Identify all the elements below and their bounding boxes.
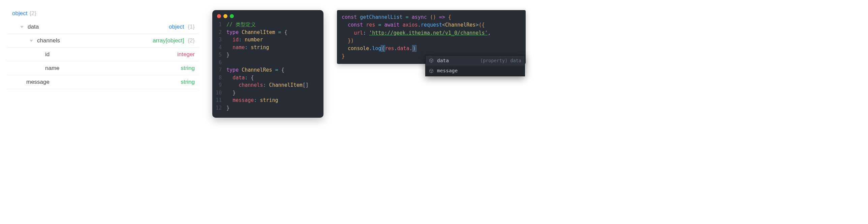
maximize-icon[interactable] — [230, 14, 234, 18]
schema-type: object {1} — [169, 24, 195, 30]
minimize-icon[interactable] — [223, 14, 227, 18]
schema-row-id[interactable]: id integer — [7, 48, 199, 62]
close-icon[interactable] — [217, 14, 221, 18]
schema-key-channels: channels — [37, 37, 60, 44]
schema-tree: object {2} data object {1} channels arra… — [7, 10, 199, 89]
schema-type: integer — [177, 51, 195, 58]
autocomplete-hint: (property) data — [480, 57, 521, 64]
schema-key-data: data — [28, 24, 39, 30]
code-line: const res = await axios.request<ChannelR… — [337, 21, 526, 29]
autocomplete-popup[interactable]: data (property) data message — [425, 55, 525, 76]
schema-row-data[interactable]: data object {1} — [7, 20, 199, 34]
cube-icon — [429, 58, 434, 63]
line-gutter: 123456789101112 — [212, 21, 226, 112]
schema-type: array[object] {2} — [153, 37, 195, 44]
schema-row-name[interactable]: name string — [7, 62, 199, 75]
schema-root-count: {2} — [29, 10, 36, 17]
autocomplete-label: message — [437, 67, 458, 74]
schema-key-id: id — [45, 51, 50, 58]
schema-key-message: message — [26, 79, 50, 85]
autocomplete-label: data — [437, 57, 449, 64]
chevron-down-icon[interactable] — [30, 40, 33, 42]
code-line: const getChannelList = async () => { — [337, 13, 526, 21]
cube-icon — [429, 69, 434, 73]
schema-type: string — [181, 65, 195, 72]
usage-editor[interactable]: const getChannelList = async () => { con… — [337, 10, 526, 64]
schema-key-root: object — [12, 10, 27, 17]
code-line: }) — [337, 37, 526, 45]
type-definition-editor[interactable]: 123456789101112 // 类型定义 type ChannelItem… — [212, 10, 323, 118]
window-controls — [212, 10, 323, 21]
code-content[interactable]: // 类型定义 type ChannelItem = { id: number … — [226, 21, 309, 112]
schema-type: string — [181, 79, 195, 85]
code-line: url: 'http://geek.itheima.net/v1_0/chann… — [337, 29, 526, 37]
schema-key-name: name — [45, 65, 60, 72]
autocomplete-item-data[interactable]: data (property) data — [426, 55, 525, 66]
schema-row-channels[interactable]: channels array[object] {2} — [7, 34, 199, 48]
schema-row-message[interactable]: message string — [7, 75, 199, 89]
chevron-down-icon[interactable] — [20, 26, 24, 28]
autocomplete-item-message[interactable]: message — [426, 66, 525, 76]
code-line: console.log(res.data.) — [337, 45, 526, 52]
code-comment: // 类型定义 — [226, 22, 256, 28]
schema-row-root[interactable]: object {2} — [7, 10, 199, 20]
